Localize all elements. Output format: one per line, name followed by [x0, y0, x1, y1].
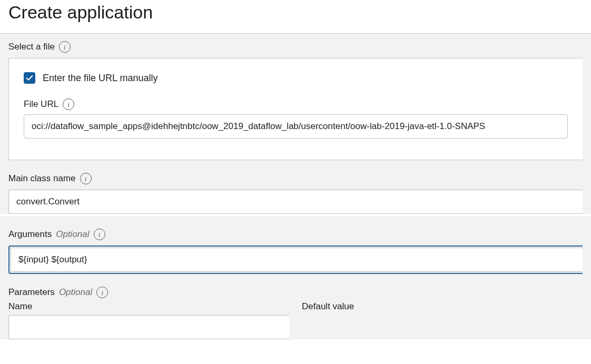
info-icon[interactable]: i — [80, 173, 92, 184]
param-name-label: Name — [8, 301, 289, 312]
file-url-input[interactable] — [24, 114, 568, 139]
info-icon[interactable]: i — [94, 229, 105, 240]
info-icon[interactable]: i — [96, 287, 108, 298]
parameters-label: Parameters — [8, 287, 55, 298]
check-icon — [26, 74, 33, 82]
param-default-value-label: Default value — [302, 301, 583, 312]
select-file-label: Select a file — [8, 42, 55, 52]
info-icon[interactable]: i — [59, 41, 71, 53]
main-class-label: Main class name — [8, 173, 76, 184]
param-name-input[interactable] — [8, 315, 289, 339]
parameters-optional-label: Optional — [59, 287, 92, 298]
arguments-label: Arguments — [8, 229, 52, 240]
info-icon[interactable]: i — [63, 99, 74, 110]
manual-url-checkbox[interactable] — [24, 72, 35, 84]
arguments-optional-label: Optional — [56, 229, 89, 240]
file-panel: Enter the file URL manually File URL i — [8, 58, 583, 160]
main-class-input[interactable] — [8, 190, 583, 214]
file-url-label: File URL — [24, 99, 58, 110]
manual-url-checkbox-label: Enter the file URL manually — [43, 73, 157, 84]
page-title: Create application — [8, 2, 583, 23]
arguments-input[interactable] — [11, 248, 583, 272]
